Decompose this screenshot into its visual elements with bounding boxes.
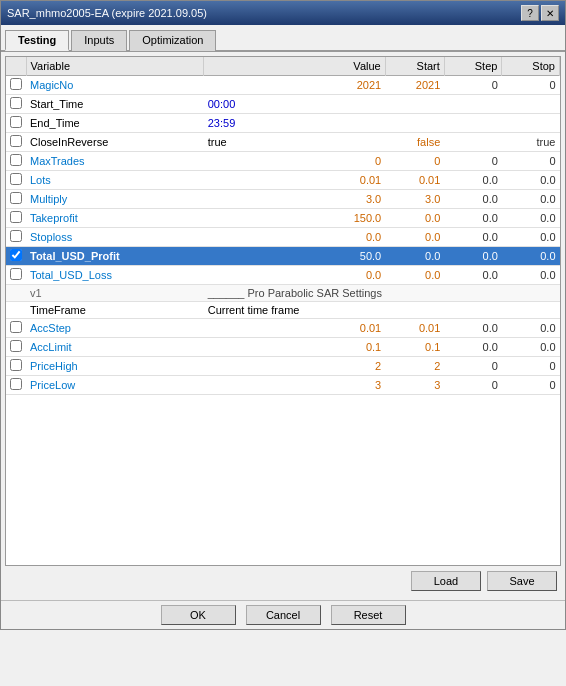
row-checkbox-cell <box>6 247 26 266</box>
row-checkbox-cell <box>6 376 26 395</box>
row-step <box>444 133 502 152</box>
table-row: Total_USD_Profit50.00.00.00.0 <box>6 247 560 266</box>
row-value: 0.1 <box>204 338 385 357</box>
row-variable-name: MaxTrades <box>26 152 204 171</box>
row-checkbox[interactable] <box>10 116 22 128</box>
row-variable-name: End_Time <box>26 114 204 133</box>
row-stop: 0 <box>502 152 560 171</box>
load-save-row: Load Save <box>5 566 561 596</box>
help-button[interactable]: ? <box>521 5 539 21</box>
tab-inputs[interactable]: Inputs <box>71 30 127 51</box>
row-step: 0.0 <box>444 319 502 338</box>
col-value: Value <box>204 57 385 76</box>
row-checkbox[interactable] <box>10 211 22 223</box>
row-variable-name: TimeFrame <box>26 302 204 319</box>
row-value: 0.01 <box>204 171 385 190</box>
row-value: 0.0 <box>204 228 385 247</box>
row-checkbox[interactable] <box>10 268 22 280</box>
col-stop: Stop <box>502 57 560 76</box>
row-variable-name: Stoploss <box>26 228 204 247</box>
row-checkbox[interactable] <box>10 173 22 185</box>
row-stop: 0.0 <box>502 171 560 190</box>
row-checkbox[interactable] <box>10 135 22 147</box>
tab-bar: Testing Inputs Optimization <box>1 25 565 52</box>
row-stop <box>502 95 560 114</box>
row-value: 0.01 <box>204 319 385 338</box>
row-checkbox[interactable] <box>10 230 22 242</box>
row-step <box>444 95 502 114</box>
row-checkbox[interactable] <box>10 340 22 352</box>
row-checkbox-cell <box>6 76 26 95</box>
row-value: 2021 <box>204 76 385 95</box>
col-start: Start <box>385 57 444 76</box>
row-checkbox-cell <box>6 338 26 357</box>
row-variable-name: AccStep <box>26 319 204 338</box>
row-step: 0.0 <box>444 247 502 266</box>
row-checkbox[interactable] <box>10 154 22 166</box>
row-checkbox-cell <box>6 171 26 190</box>
col-checkbox <box>6 57 26 76</box>
table-row: TimeFrameCurrent time frame <box>6 302 560 319</box>
row-variable-name: MagicNo <box>26 76 204 95</box>
row-checkbox-cell <box>6 266 26 285</box>
row-value: 0.0 <box>204 266 385 285</box>
row-stop: 0.0 <box>502 228 560 247</box>
table-body: MagicNo2021202100Start_Time00:00End_Time… <box>6 76 560 395</box>
row-checkbox-cell <box>6 209 26 228</box>
row-start: 0.1 <box>385 338 444 357</box>
row-checkbox-cell <box>6 357 26 376</box>
row-stop: 0.0 <box>502 319 560 338</box>
ok-button[interactable]: OK <box>161 605 236 625</box>
title-bar: SAR_mhmo2005-EA (expire 2021.09.05) ? ✕ <box>1 1 565 25</box>
ok-cancel-row: OK Cancel Reset <box>1 600 565 629</box>
title-buttons: ? ✕ <box>521 5 559 21</box>
row-value: 2 <box>204 357 385 376</box>
row-start: 2 <box>385 357 444 376</box>
row-checkbox-cell <box>6 114 26 133</box>
table-row: Start_Time00:00 <box>6 95 560 114</box>
row-step <box>444 302 502 319</box>
cancel-button[interactable]: Cancel <box>246 605 321 625</box>
row-checkbox-cell <box>6 152 26 171</box>
table-row: CloseInReversetruefalsetrue <box>6 133 560 152</box>
row-start: 0.0 <box>385 266 444 285</box>
row-stop: 0 <box>502 76 560 95</box>
row-step: 0.0 <box>444 266 502 285</box>
row-variable-name: Total_USD_Loss <box>26 266 204 285</box>
row-checkbox[interactable] <box>10 321 22 333</box>
row-checkbox[interactable] <box>10 378 22 390</box>
table-row: End_Time23:59 <box>6 114 560 133</box>
row-step: 0 <box>444 76 502 95</box>
tab-optimization[interactable]: Optimization <box>129 30 216 51</box>
table-header-row: Variable Value Start Step Stop <box>6 57 560 76</box>
save-button[interactable]: Save <box>487 571 557 591</box>
row-checkbox-cell <box>6 133 26 152</box>
close-button[interactable]: ✕ <box>541 5 559 21</box>
row-step: 0 <box>444 357 502 376</box>
reset-button[interactable]: Reset <box>331 605 406 625</box>
row-checkbox[interactable] <box>10 249 22 261</box>
variables-table-container: Variable Value Start Step Stop MagicNo20… <box>5 56 561 566</box>
row-variable-name: Start_Time <box>26 95 204 114</box>
table-row: Takeprofit150.00.00.00.0 <box>6 209 560 228</box>
row-checkbox[interactable] <box>10 359 22 371</box>
row-stop: 0 <box>502 376 560 395</box>
table-row: PriceHigh2200 <box>6 357 560 376</box>
row-start <box>385 114 444 133</box>
load-button[interactable]: Load <box>411 571 481 591</box>
tab-testing[interactable]: Testing <box>5 30 69 51</box>
row-step: 0.0 <box>444 338 502 357</box>
row-checkbox[interactable] <box>10 192 22 204</box>
row-stop <box>502 302 560 319</box>
row-start: 3 <box>385 376 444 395</box>
row-stop: 0.0 <box>502 247 560 266</box>
row-value: Current time frame <box>204 302 385 319</box>
row-variable-name: v1 <box>26 285 204 302</box>
row-checkbox[interactable] <box>10 97 22 109</box>
row-stop: 0.0 <box>502 338 560 357</box>
row-step: 0 <box>444 152 502 171</box>
row-stop: 0.0 <box>502 266 560 285</box>
row-variable-name: PriceHigh <box>26 357 204 376</box>
row-checkbox-cell <box>6 95 26 114</box>
row-checkbox[interactable] <box>10 78 22 90</box>
